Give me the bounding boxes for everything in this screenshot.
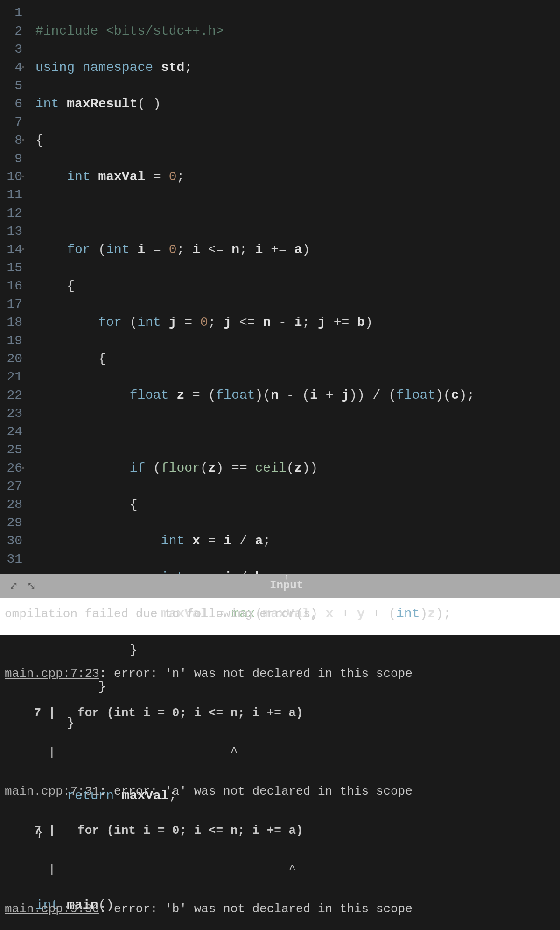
code-area[interactable]: #include <bits/stdc++.h> using namespace… bbox=[28, 0, 560, 574]
line-number: 7 bbox=[4, 113, 22, 131]
code-line[interactable]: for (int j = 0; j <= n - i; j += b) bbox=[35, 313, 560, 331]
code-line[interactable]: if (floor(z) == ceil(z)) bbox=[35, 459, 560, 477]
line-number: 25 bbox=[4, 441, 22, 459]
line-number: 21 bbox=[4, 368, 22, 386]
line-number: 12 bbox=[4, 204, 22, 222]
line-number: 19 bbox=[4, 331, 22, 350]
code-line[interactable]: { bbox=[35, 350, 560, 368]
line-number: 2 bbox=[4, 22, 22, 40]
line-number: 26 bbox=[4, 459, 22, 477]
line-gutter: 1 2 3 4 5 6 7 8 9 10 11 12 13 14 15 16 1… bbox=[0, 0, 28, 574]
line-number: 18 bbox=[4, 313, 22, 331]
line-number: 29 bbox=[4, 514, 22, 532]
code-editor[interactable]: 1 2 3 4 5 6 7 8 9 10 11 12 13 14 15 16 1… bbox=[0, 0, 560, 574]
line-number: 8 bbox=[4, 131, 22, 149]
line-number: 1 bbox=[4, 4, 22, 22]
code-line[interactable]: { bbox=[35, 277, 560, 295]
code-line[interactable]: using namespace std; bbox=[35, 58, 560, 77]
code-line[interactable]: float z = (float)(n - (i + j)) / (float)… bbox=[35, 386, 560, 404]
line-number: 24 bbox=[4, 423, 22, 441]
line-number: 3 bbox=[4, 40, 22, 58]
code-line[interactable]: { bbox=[35, 495, 560, 514]
code-line[interactable]: } bbox=[35, 641, 560, 659]
resize-diagonal-icon[interactable]: ⤢ bbox=[9, 580, 18, 592]
input-tab[interactable]: ↑ Input bbox=[270, 572, 303, 592]
resize-diagonal-icon[interactable]: ⤡ bbox=[27, 580, 35, 592]
line-number: 11 bbox=[4, 186, 22, 204]
line-number: 4 bbox=[4, 58, 22, 77]
panel-divider[interactable]: ⤢ ⤡ ↑ Input bbox=[0, 574, 560, 598]
line-number: 23 bbox=[4, 404, 22, 423]
line-number: 28 bbox=[4, 495, 22, 514]
line-number: 22 bbox=[4, 386, 22, 404]
input-tab-label: Input bbox=[270, 579, 303, 592]
code-line[interactable]: #include <bits/stdc++.h> bbox=[35, 22, 560, 40]
code-line[interactable] bbox=[35, 204, 560, 222]
line-number: 10 bbox=[4, 168, 22, 186]
code-line[interactable]: int x = i / a; bbox=[35, 532, 560, 550]
code-line[interactable]: { bbox=[35, 131, 560, 149]
code-line[interactable]: int maxResult( ) bbox=[35, 95, 560, 113]
line-number: 14 bbox=[4, 240, 22, 259]
code-line[interactable] bbox=[35, 423, 560, 441]
code-line[interactable]: for (int i = 0; i <= n; i += a) bbox=[35, 240, 560, 259]
line-number: 16 bbox=[4, 277, 22, 295]
line-number: 13 bbox=[4, 222, 22, 240]
code-line[interactable]: int maxVal = 0; bbox=[35, 168, 560, 186]
line-number: 27 bbox=[4, 477, 22, 495]
line-number: 20 bbox=[4, 350, 22, 368]
line-number: 5 bbox=[4, 77, 22, 95]
line-number: 30 bbox=[4, 532, 22, 550]
line-number: 15 bbox=[4, 259, 22, 277]
line-number: 31 bbox=[4, 550, 22, 568]
line-number: 17 bbox=[4, 295, 22, 313]
line-number: 9 bbox=[4, 149, 22, 168]
line-number: 6 bbox=[4, 95, 22, 113]
